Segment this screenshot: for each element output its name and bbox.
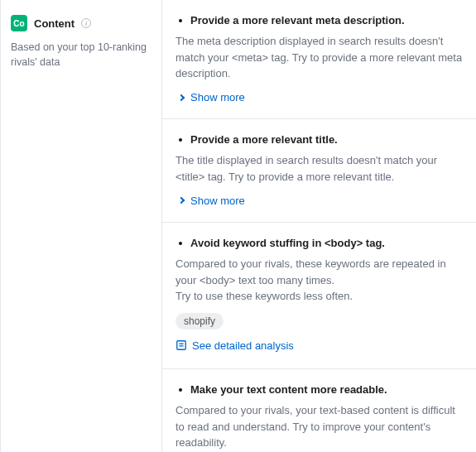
- chevron-right-icon: [178, 94, 185, 100]
- bullet-icon: [179, 242, 182, 245]
- sidebar-subtitle: Based on your top 10-ranking rivals' dat…: [11, 40, 151, 70]
- recommendation-card: Avoid keyword stuffing in <body> tag. Co…: [162, 223, 476, 369]
- show-more-label: Show more: [190, 195, 245, 207]
- bullet-icon: [179, 388, 182, 392]
- sidebar-title: Content: [34, 17, 75, 30]
- recommendation-title: Provide a more relevant meta description…: [190, 13, 405, 28]
- detailed-analysis-label: See detailed analysis: [192, 339, 294, 352]
- bullet-icon: [179, 19, 182, 22]
- detailed-analysis-link[interactable]: See detailed analysis: [175, 339, 294, 352]
- show-more-link[interactable]: Show more: [175, 195, 245, 207]
- recommendation-desc: The title displayed in search results do…: [175, 152, 463, 185]
- analysis-icon: [175, 339, 187, 351]
- info-icon[interactable]: i: [81, 18, 91, 28]
- recommendation-card: Provide a more relevant meta description…: [162, 0, 476, 119]
- show-more-label: Show more: [190, 91, 245, 103]
- svg-rect-0: [177, 341, 186, 350]
- recommendation-card: Make your text content more readable. Co…: [162, 369, 476, 452]
- recommendation-desc: The meta description displayed in search…: [175, 33, 463, 82]
- bullet-icon: [179, 138, 182, 142]
- sidebar: Co Content i Based on your top 10-rankin…: [0, 0, 162, 452]
- recommendation-title: Provide a more relevant title.: [190, 132, 338, 147]
- keyword-tag[interactable]: shopify: [175, 313, 224, 329]
- recommendation-title: Avoid keyword stuffing in <body> tag.: [190, 236, 385, 251]
- recommendation-desc: Compared to your rivals, these keywords …: [175, 256, 463, 305]
- sidebar-header: Co Content i: [11, 15, 151, 31]
- chevron-right-icon: [178, 197, 185, 204]
- show-more-link[interactable]: Show more: [175, 91, 245, 103]
- content-badge: Co: [11, 15, 27, 31]
- recommendation-title: Make your text content more readable.: [190, 382, 387, 397]
- content-list: Provide a more relevant meta description…: [162, 0, 476, 452]
- recommendation-card: Provide a more relevant title. The title…: [162, 119, 476, 223]
- recommendation-desc: Compared to your rivals, your text-based…: [175, 402, 463, 451]
